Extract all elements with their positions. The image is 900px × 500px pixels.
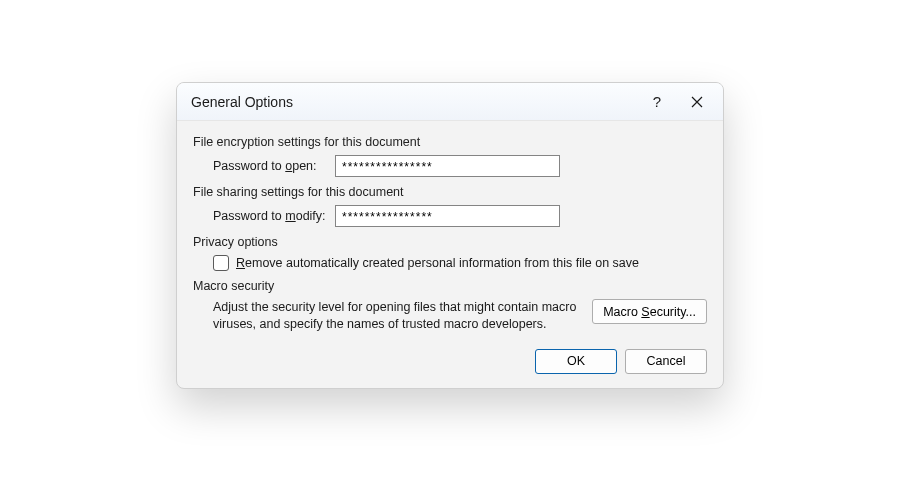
password-open-row: Password to open: xyxy=(213,155,707,177)
cancel-button[interactable]: Cancel xyxy=(625,349,707,374)
general-options-dialog: General Options ? File encryption settin… xyxy=(176,82,724,389)
macro-group-label: Macro security xyxy=(193,279,707,293)
privacy-group-label: Privacy options xyxy=(193,235,707,249)
ok-button[interactable]: OK xyxy=(535,349,617,374)
dialog-title: General Options xyxy=(191,94,637,110)
encryption-group-label: File encryption settings for this docume… xyxy=(193,135,707,149)
sharing-group-label: File sharing settings for this document xyxy=(193,185,707,199)
password-modify-label: Password to modify: xyxy=(213,209,335,223)
titlebar: General Options ? xyxy=(177,83,723,121)
password-open-input[interactable] xyxy=(335,155,560,177)
macro-security-description: Adjust the security level for opening fi… xyxy=(213,299,580,333)
macro-security-button[interactable]: Macro Security... xyxy=(592,299,707,324)
remove-personal-info-label: Remove automatically created personal in… xyxy=(236,256,639,270)
password-modify-row: Password to modify: xyxy=(213,205,707,227)
help-button[interactable]: ? xyxy=(637,87,677,117)
password-modify-input[interactable] xyxy=(335,205,560,227)
remove-personal-info-row: Remove automatically created personal in… xyxy=(213,255,707,271)
password-open-label: Password to open: xyxy=(213,159,335,173)
remove-personal-info-checkbox[interactable] xyxy=(213,255,229,271)
dialog-footer: OK Cancel xyxy=(193,349,707,374)
macro-security-row: Adjust the security level for opening fi… xyxy=(213,299,707,333)
dialog-content: File encryption settings for this docume… xyxy=(177,121,723,388)
close-button[interactable] xyxy=(677,87,717,117)
close-icon xyxy=(691,96,703,108)
